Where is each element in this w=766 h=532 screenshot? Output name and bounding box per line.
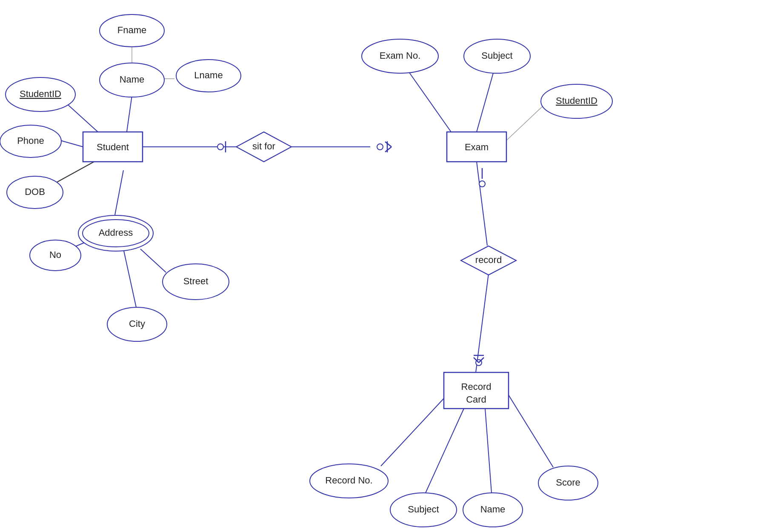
recordcard-recordno-line [381, 392, 450, 466]
many-top [385, 142, 392, 147]
dob-label: DOB [25, 186, 45, 197]
record-card-label-line2: Card [466, 394, 486, 405]
lname-label: Lname [194, 70, 223, 80]
subject-exam-line [477, 72, 494, 132]
zero-circle-left [217, 144, 223, 150]
no-label: No [49, 249, 61, 260]
subject-exam-label: Subject [481, 50, 512, 61]
name-label: Name [120, 74, 145, 85]
examno-label: Exam No. [380, 50, 421, 61]
record-no-label: Record No. [325, 475, 372, 486]
phone-label: Phone [17, 135, 44, 146]
city-label: City [129, 318, 145, 329]
sit-for-label: sit for [252, 141, 275, 152]
dob-student-line [55, 160, 98, 183]
record-recordcard-line [476, 274, 489, 372]
name-record-label: Name [480, 504, 506, 515]
zero-circle-right [377, 144, 383, 150]
studentid-exam-line [506, 104, 545, 140]
address-student-line [115, 170, 123, 215]
recordcard-score-line [506, 392, 553, 467]
fname-label: Fname [117, 25, 146, 35]
phone-student-line [60, 140, 83, 147]
zero-circle-exam-bottom [479, 181, 485, 187]
record-label: record [475, 255, 502, 265]
student-label: Student [97, 142, 129, 152]
street-label: Street [183, 276, 209, 286]
studentid-exam-label: StudentID [556, 95, 597, 106]
subject-record-label: Subject [408, 504, 439, 515]
record-card-label-line1: Record [461, 381, 492, 392]
studentid-student-label: StudentID [20, 89, 61, 99]
city-address-line [123, 249, 136, 307]
many-bottom [385, 147, 392, 152]
recordcard-name-line [485, 409, 492, 493]
exam-label: Exam [465, 142, 489, 152]
er-diagram: Student Exam Record Card Fname Lname Nam… [0, 0, 766, 532]
street-address-line [140, 249, 166, 272]
score-label: Score [556, 477, 580, 488]
examno-exam-line [409, 72, 451, 132]
address-label: Address [99, 227, 133, 238]
studentid-student-line [66, 103, 98, 132]
recordcard-subject-line [426, 409, 464, 493]
